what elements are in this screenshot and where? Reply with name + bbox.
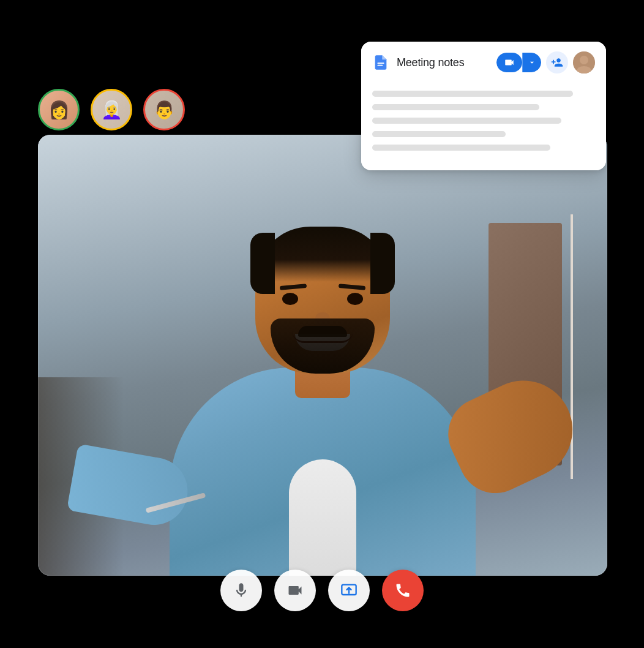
undershirt bbox=[289, 459, 356, 576]
avatar-face-1: 👩 bbox=[40, 91, 78, 129]
scene: 👩 👩‍🦳 👨 bbox=[0, 0, 644, 648]
content-line-3 bbox=[372, 118, 561, 124]
video-background bbox=[38, 135, 607, 576]
add-person-button[interactable] bbox=[546, 51, 568, 73]
docs-icon bbox=[372, 54, 389, 71]
hair-right bbox=[370, 233, 395, 294]
participant-avatar-2[interactable]: 👩‍🦳 bbox=[91, 89, 132, 130]
head bbox=[255, 227, 390, 374]
notes-header: Meeting notes bbox=[361, 42, 606, 83]
user-avatar-icon bbox=[573, 51, 595, 73]
eye-left bbox=[282, 293, 298, 305]
notes-actions bbox=[496, 51, 595, 73]
person-add-icon bbox=[551, 56, 563, 69]
participants-row: 👩 👩‍🦳 👨 bbox=[38, 89, 185, 130]
mustache bbox=[298, 326, 347, 337]
eye-right bbox=[347, 293, 363, 305]
notes-content bbox=[361, 83, 606, 170]
controls-bar bbox=[220, 570, 424, 611]
participant-avatar-3[interactable]: 👨 bbox=[143, 89, 185, 130]
notes-panel: Meeting notes bbox=[361, 42, 606, 170]
chevron-down-icon bbox=[528, 58, 536, 67]
end-call-button[interactable] bbox=[382, 570, 424, 611]
video-camera-icon bbox=[504, 57, 515, 68]
end-call-icon bbox=[394, 582, 411, 599]
camera-button[interactable] bbox=[274, 570, 316, 611]
participant-avatar-1[interactable]: 👩 bbox=[38, 89, 80, 130]
mic-button[interactable] bbox=[220, 570, 262, 611]
user-avatar[interactable] bbox=[573, 51, 595, 73]
meet-dropdown-button[interactable] bbox=[522, 53, 541, 72]
share-screen-icon bbox=[340, 582, 358, 599]
eyebrow-right bbox=[339, 284, 365, 290]
notes-title: Meeting notes bbox=[397, 56, 489, 69]
hair-left bbox=[250, 233, 275, 294]
mic-icon bbox=[233, 582, 250, 599]
eyebrow-left bbox=[280, 284, 307, 290]
meet-video-button[interactable] bbox=[496, 53, 522, 72]
content-line-5 bbox=[372, 145, 550, 151]
avatar-face-3: 👨 bbox=[145, 91, 183, 129]
content-line-4 bbox=[372, 131, 506, 137]
share-screen-button[interactable] bbox=[328, 570, 370, 611]
content-line-2 bbox=[372, 104, 539, 110]
camera-icon bbox=[286, 582, 304, 599]
content-line-1 bbox=[372, 91, 573, 97]
svg-point-1 bbox=[580, 56, 588, 64]
meet-button-group[interactable] bbox=[496, 53, 541, 72]
avatar-face-2: 👩‍🦳 bbox=[92, 91, 130, 129]
video-window bbox=[38, 135, 607, 576]
